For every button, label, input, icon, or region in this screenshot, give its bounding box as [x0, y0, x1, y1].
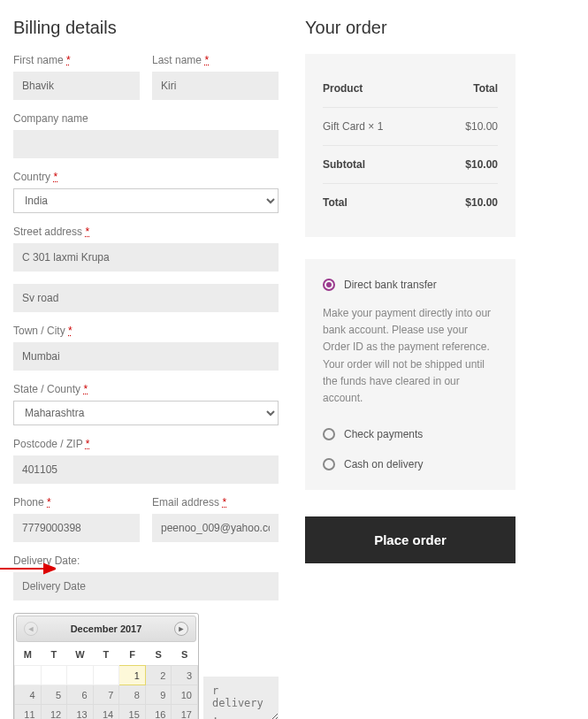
calendar-day[interactable]: 15: [119, 705, 146, 720]
order-summary: Product Total Gift Card × 1 $10.00 Subto…: [305, 54, 515, 237]
postcode-label: Postcode / ZIP *: [13, 438, 279, 450]
calendar-day[interactable]: 12: [41, 705, 67, 720]
email-label: Email address *: [152, 496, 279, 509]
prev-month-icon[interactable]: ◄: [24, 622, 38, 636]
first-name-label: First name *: [13, 54, 140, 66]
street-line2-input[interactable]: [13, 284, 279, 312]
calendar-grid: MTWTFSS 12345678910111213141516171819202…: [14, 644, 198, 719]
radio-icon: [323, 458, 335, 470]
order-notes-textarea[interactable]: [203, 677, 279, 719]
calendar-day[interactable]: 16: [145, 705, 172, 720]
next-month-icon[interactable]: ►: [174, 622, 188, 636]
payment-bank-desc: Make your payment directly into our bank…: [323, 305, 498, 407]
street-label: Street address *: [13, 226, 279, 238]
calendar-day[interactable]: 7: [93, 685, 119, 705]
order-header-product: Product: [323, 82, 363, 95]
calendar-dow: T: [93, 644, 119, 666]
last-name-label: Last name *: [152, 54, 279, 66]
calendar-day[interactable]: 5: [41, 685, 67, 705]
calendar-day[interactable]: 11: [15, 705, 42, 720]
postcode-input[interactable]: [13, 455, 279, 484]
first-name-input[interactable]: [13, 72, 140, 100]
datepicker[interactable]: ◄ December 2017 ► MTWTFSS 12345678910111…: [13, 613, 199, 719]
total-value: $10.00: [465, 196, 498, 209]
calendar-day[interactable]: 10: [172, 685, 198, 705]
calendar-dow: S: [172, 644, 198, 666]
calendar-dow: W: [67, 644, 94, 666]
calendar-day[interactable]: 2: [145, 666, 172, 685]
order-title: Your order: [305, 18, 515, 38]
calendar-day[interactable]: 8: [119, 685, 146, 705]
payment-methods: Direct bank transfer Make your payment d…: [305, 259, 515, 490]
calendar-dow: F: [119, 644, 146, 666]
calendar-day[interactable]: 14: [93, 705, 119, 720]
subtotal-value: $10.00: [465, 158, 498, 171]
payment-cod[interactable]: Cash on delivery: [323, 455, 498, 474]
city-input[interactable]: [13, 342, 279, 371]
radio-icon: [323, 279, 335, 291]
calendar-day[interactable]: 13: [67, 705, 94, 720]
total-label: Total: [323, 196, 347, 209]
calendar-day[interactable]: 6: [67, 685, 94, 705]
calendar-title: December 2017: [71, 623, 142, 634]
phone-label: Phone *: [13, 496, 140, 509]
company-label: Company name: [13, 112, 279, 125]
radio-icon: [323, 428, 335, 440]
order-item-total: $10.00: [465, 120, 498, 133]
calendar-day[interactable]: 4: [15, 685, 42, 705]
annotation-arrow: [0, 561, 56, 577]
state-select[interactable]: Maharashtra: [13, 401, 279, 425]
calendar-day[interactable]: 3: [172, 666, 198, 685]
country-label: Country *: [13, 171, 279, 183]
email-input[interactable]: [152, 514, 279, 542]
order-item-name: Gift Card × 1: [323, 120, 383, 133]
calendar-day[interactable]: 1: [119, 666, 146, 685]
calendar-dow: T: [41, 644, 67, 666]
calendar-dow: M: [15, 644, 42, 666]
phone-input[interactable]: [13, 514, 140, 542]
city-label: Town / City *: [13, 325, 279, 337]
place-order-button[interactable]: Place order: [305, 516, 515, 563]
payment-bank-transfer[interactable]: Direct bank transfer: [323, 275, 498, 294]
calendar-day[interactable]: 17: [172, 705, 198, 720]
calendar-dow: S: [145, 644, 172, 666]
street-line1-input[interactable]: [13, 243, 279, 272]
order-header-total: Total: [473, 82, 498, 95]
company-input[interactable]: [13, 130, 279, 158]
billing-title: Billing details: [13, 18, 279, 38]
calendar-day[interactable]: 9: [145, 685, 172, 705]
svg-marker-1: [44, 564, 56, 573]
country-select[interactable]: India: [13, 188, 279, 213]
payment-check[interactable]: Check payments: [323, 425, 498, 444]
last-name-input[interactable]: [152, 72, 279, 100]
state-label: State / County *: [13, 383, 279, 395]
subtotal-label: Subtotal: [323, 158, 365, 171]
